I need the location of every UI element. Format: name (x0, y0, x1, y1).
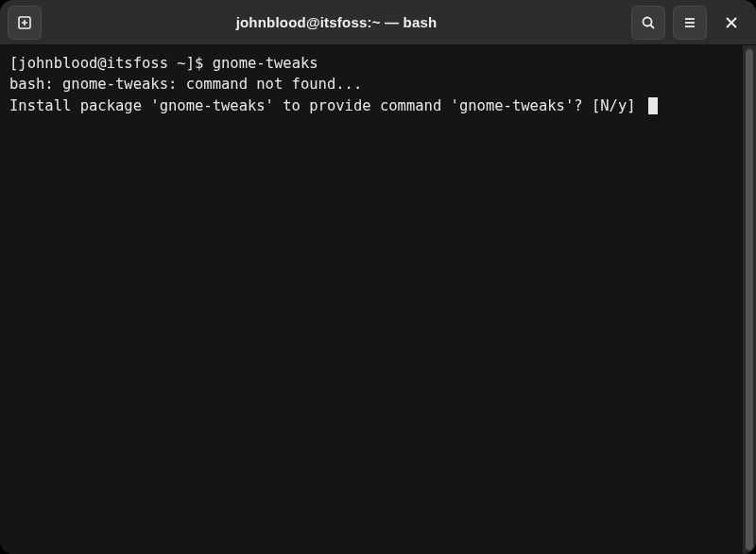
search-icon (641, 15, 656, 30)
cursor (648, 97, 658, 114)
terminal-window: johnblood@itsfoss:~ — bash (0, 0, 756, 554)
hamburger-icon (682, 15, 697, 30)
window-title: johnblood@itsfoss:~ — bash (49, 14, 624, 30)
scrollbar-thumb[interactable] (746, 49, 753, 550)
menu-button[interactable] (673, 6, 707, 40)
prompt: [johnblood@itsfoss ~]$ (9, 55, 213, 72)
titlebar: johnblood@itsfoss:~ — bash (0, 0, 756, 45)
terminal-content[interactable]: [johnblood@itsfoss ~]$ gnome-tweaksbash:… (0, 45, 743, 554)
terminal-line: Install package 'gnome-tweaks' to provid… (9, 95, 733, 116)
close-button[interactable] (714, 6, 748, 40)
install-prompt: Install package 'gnome-tweaks' to provid… (9, 97, 644, 114)
close-icon (725, 16, 738, 29)
new-tab-button[interactable] (8, 6, 42, 40)
command-text: gnome-tweaks (213, 55, 318, 72)
new-tab-icon (17, 15, 32, 30)
svg-line-4 (651, 25, 655, 28)
scrollbar-track[interactable] (743, 45, 756, 554)
search-button[interactable] (631, 6, 665, 40)
terminal-body: [johnblood@itsfoss ~]$ gnome-tweaksbash:… (0, 45, 756, 554)
terminal-line: [johnblood@itsfoss ~]$ gnome-tweaks (9, 53, 733, 74)
terminal-line: bash: gnome-tweaks: command not found... (9, 74, 733, 95)
titlebar-right-controls (631, 6, 748, 40)
svg-point-3 (644, 17, 652, 26)
